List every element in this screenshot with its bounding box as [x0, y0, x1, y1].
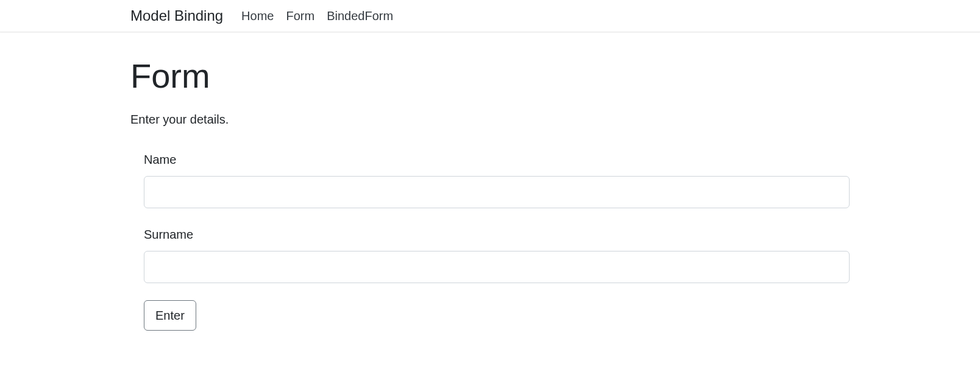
form-group-surname: Surname	[144, 225, 850, 283]
nav-link-home[interactable]: Home	[241, 7, 274, 25]
navbar-inner: Model Binding Home Form BindedForm	[63, 5, 917, 27]
enter-button[interactable]: Enter	[144, 300, 196, 331]
form-section: Name Surname Enter	[130, 150, 850, 331]
nav-link-bindedform[interactable]: BindedForm	[327, 7, 393, 25]
surname-input[interactable]	[144, 251, 850, 283]
form-group-name: Name	[144, 150, 850, 208]
nav-links: Home Form BindedForm	[241, 7, 393, 25]
main-content: Form Enter your details. Name Surname En…	[63, 32, 917, 355]
page-title: Form	[130, 51, 850, 102]
navbar-brand[interactable]: Model Binding	[130, 5, 223, 27]
surname-label: Surname	[144, 225, 850, 244]
page-subtitle: Enter your details.	[130, 110, 850, 128]
navbar: Model Binding Home Form BindedForm	[0, 0, 980, 32]
name-label: Name	[144, 150, 850, 169]
name-input[interactable]	[144, 176, 850, 208]
nav-link-form[interactable]: Form	[286, 7, 314, 25]
